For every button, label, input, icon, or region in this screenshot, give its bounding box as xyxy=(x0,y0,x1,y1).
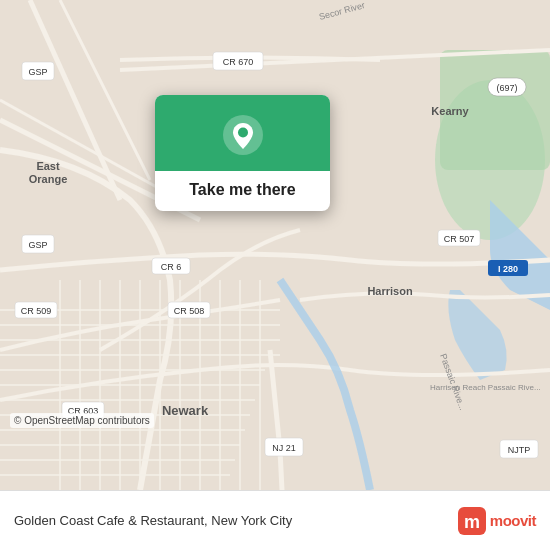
svg-text:NJTP: NJTP xyxy=(508,445,531,455)
take-me-there-button[interactable]: Take me there xyxy=(175,171,309,211)
moovit-logo: m moovit xyxy=(458,507,536,535)
svg-text:GSP: GSP xyxy=(28,240,47,250)
svg-text:Harrison: Harrison xyxy=(367,285,413,297)
svg-text:NJ 21: NJ 21 xyxy=(272,443,296,453)
location-label: Golden Coast Cafe & Restaurant, New York… xyxy=(14,513,292,528)
svg-text:East: East xyxy=(36,160,60,172)
svg-text:(697): (697) xyxy=(496,83,517,93)
svg-text:GSP: GSP xyxy=(28,67,47,77)
svg-text:Kearny: Kearny xyxy=(431,105,469,117)
svg-text:CR 509: CR 509 xyxy=(21,306,52,316)
svg-text:Harrison Reach Passaic Rive...: Harrison Reach Passaic Rive... xyxy=(430,383,541,392)
svg-text:Newark: Newark xyxy=(162,403,209,418)
svg-text:CR 507: CR 507 xyxy=(444,234,475,244)
svg-text:CR 508: CR 508 xyxy=(174,306,205,316)
navigation-popup: Take me there xyxy=(155,95,330,211)
svg-text:m: m xyxy=(464,512,480,532)
svg-text:CR 6: CR 6 xyxy=(161,262,182,272)
moovit-wordmark: moovit xyxy=(490,512,536,529)
location-pin-icon xyxy=(221,113,265,157)
svg-text:Orange: Orange xyxy=(29,173,68,185)
popup-green-area xyxy=(155,95,330,171)
osm-credit: © OpenStreetMap contributors xyxy=(10,413,154,428)
moovit-icon: m xyxy=(458,507,486,535)
footer-bar: Golden Coast Cafe & Restaurant, New York… xyxy=(0,490,550,550)
svg-text:I 280: I 280 xyxy=(498,264,518,274)
map-area: CR 670 GSP GSP CR 6 CR 508 CR 509 CR 603… xyxy=(0,0,550,490)
svg-text:CR 670: CR 670 xyxy=(223,57,254,67)
svg-point-64 xyxy=(238,128,248,138)
